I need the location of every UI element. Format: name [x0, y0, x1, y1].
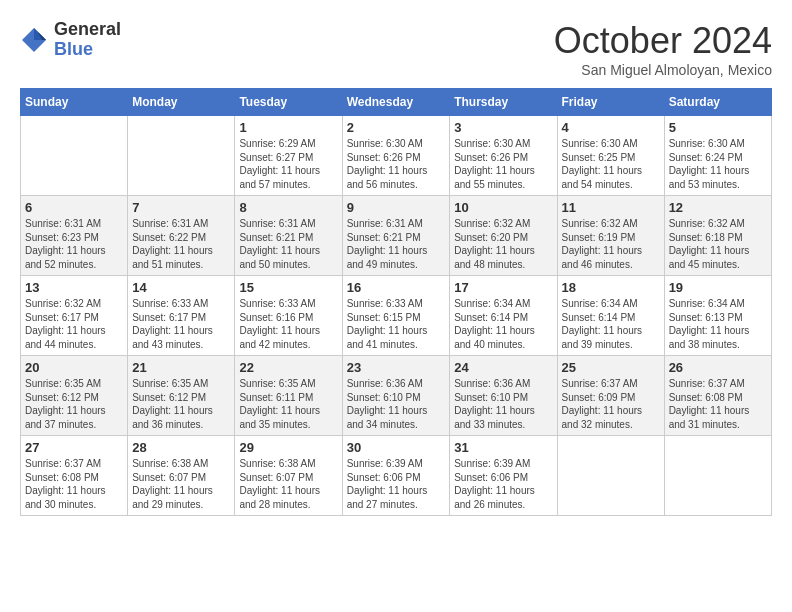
calendar-day-cell: 4Sunrise: 6:30 AMSunset: 6:25 PMDaylight… — [557, 116, 664, 196]
calendar-table: SundayMondayTuesdayWednesdayThursdayFrid… — [20, 88, 772, 516]
day-info: Sunrise: 6:39 AMSunset: 6:06 PMDaylight:… — [454, 457, 552, 511]
day-info: Sunrise: 6:37 AMSunset: 6:09 PMDaylight:… — [562, 377, 660, 431]
calendar-day-cell: 10Sunrise: 6:32 AMSunset: 6:20 PMDayligh… — [450, 196, 557, 276]
day-number: 17 — [454, 280, 552, 295]
day-info: Sunrise: 6:30 AMSunset: 6:25 PMDaylight:… — [562, 137, 660, 191]
logo-icon — [20, 26, 48, 54]
day-of-week-header: Friday — [557, 89, 664, 116]
calendar-day-cell: 16Sunrise: 6:33 AMSunset: 6:15 PMDayligh… — [342, 276, 450, 356]
calendar-day-cell: 20Sunrise: 6:35 AMSunset: 6:12 PMDayligh… — [21, 356, 128, 436]
day-number: 27 — [25, 440, 123, 455]
day-of-week-header: Wednesday — [342, 89, 450, 116]
calendar-day-cell: 2Sunrise: 6:30 AMSunset: 6:26 PMDaylight… — [342, 116, 450, 196]
month-title: October 2024 — [554, 20, 772, 62]
day-number: 28 — [132, 440, 230, 455]
day-info: Sunrise: 6:35 AMSunset: 6:12 PMDaylight:… — [25, 377, 123, 431]
day-number: 22 — [239, 360, 337, 375]
day-of-week-header: Sunday — [21, 89, 128, 116]
calendar-day-cell: 28Sunrise: 6:38 AMSunset: 6:07 PMDayligh… — [128, 436, 235, 516]
day-info: Sunrise: 6:31 AMSunset: 6:21 PMDaylight:… — [347, 217, 446, 271]
day-info: Sunrise: 6:33 AMSunset: 6:15 PMDaylight:… — [347, 297, 446, 351]
day-info: Sunrise: 6:37 AMSunset: 6:08 PMDaylight:… — [669, 377, 767, 431]
calendar-day-cell: 8Sunrise: 6:31 AMSunset: 6:21 PMDaylight… — [235, 196, 342, 276]
calendar-day-cell: 14Sunrise: 6:33 AMSunset: 6:17 PMDayligh… — [128, 276, 235, 356]
calendar-day-cell — [557, 436, 664, 516]
location: San Miguel Almoloyan, Mexico — [554, 62, 772, 78]
day-number: 24 — [454, 360, 552, 375]
day-number: 5 — [669, 120, 767, 135]
day-info: Sunrise: 6:30 AMSunset: 6:24 PMDaylight:… — [669, 137, 767, 191]
calendar-day-cell: 1Sunrise: 6:29 AMSunset: 6:27 PMDaylight… — [235, 116, 342, 196]
day-number: 30 — [347, 440, 446, 455]
day-number: 3 — [454, 120, 552, 135]
day-info: Sunrise: 6:37 AMSunset: 6:08 PMDaylight:… — [25, 457, 123, 511]
day-info: Sunrise: 6:32 AMSunset: 6:17 PMDaylight:… — [25, 297, 123, 351]
calendar-day-cell: 29Sunrise: 6:38 AMSunset: 6:07 PMDayligh… — [235, 436, 342, 516]
day-number: 31 — [454, 440, 552, 455]
calendar-day-cell: 13Sunrise: 6:32 AMSunset: 6:17 PMDayligh… — [21, 276, 128, 356]
day-number: 15 — [239, 280, 337, 295]
day-info: Sunrise: 6:38 AMSunset: 6:07 PMDaylight:… — [132, 457, 230, 511]
day-info: Sunrise: 6:32 AMSunset: 6:18 PMDaylight:… — [669, 217, 767, 271]
day-of-week-header: Monday — [128, 89, 235, 116]
calendar-day-cell: 11Sunrise: 6:32 AMSunset: 6:19 PMDayligh… — [557, 196, 664, 276]
calendar-day-cell: 5Sunrise: 6:30 AMSunset: 6:24 PMDaylight… — [664, 116, 771, 196]
calendar-day-cell: 24Sunrise: 6:36 AMSunset: 6:10 PMDayligh… — [450, 356, 557, 436]
calendar-week-row: 13Sunrise: 6:32 AMSunset: 6:17 PMDayligh… — [21, 276, 772, 356]
day-number: 9 — [347, 200, 446, 215]
calendar-day-cell: 15Sunrise: 6:33 AMSunset: 6:16 PMDayligh… — [235, 276, 342, 356]
day-info: Sunrise: 6:38 AMSunset: 6:07 PMDaylight:… — [239, 457, 337, 511]
calendar-day-cell: 19Sunrise: 6:34 AMSunset: 6:13 PMDayligh… — [664, 276, 771, 356]
calendar-day-cell: 7Sunrise: 6:31 AMSunset: 6:22 PMDaylight… — [128, 196, 235, 276]
day-info: Sunrise: 6:34 AMSunset: 6:14 PMDaylight:… — [454, 297, 552, 351]
day-of-week-header: Thursday — [450, 89, 557, 116]
calendar-day-cell: 30Sunrise: 6:39 AMSunset: 6:06 PMDayligh… — [342, 436, 450, 516]
logo-text: General Blue — [54, 20, 121, 60]
calendar-day-cell: 21Sunrise: 6:35 AMSunset: 6:12 PMDayligh… — [128, 356, 235, 436]
logo: General Blue — [20, 20, 121, 60]
day-number: 20 — [25, 360, 123, 375]
calendar-week-row: 6Sunrise: 6:31 AMSunset: 6:23 PMDaylight… — [21, 196, 772, 276]
day-info: Sunrise: 6:30 AMSunset: 6:26 PMDaylight:… — [347, 137, 446, 191]
calendar-day-cell — [21, 116, 128, 196]
day-info: Sunrise: 6:32 AMSunset: 6:19 PMDaylight:… — [562, 217, 660, 271]
calendar-week-row: 20Sunrise: 6:35 AMSunset: 6:12 PMDayligh… — [21, 356, 772, 436]
day-number: 26 — [669, 360, 767, 375]
calendar-day-cell: 27Sunrise: 6:37 AMSunset: 6:08 PMDayligh… — [21, 436, 128, 516]
calendar-day-cell: 12Sunrise: 6:32 AMSunset: 6:18 PMDayligh… — [664, 196, 771, 276]
calendar-day-cell — [128, 116, 235, 196]
day-info: Sunrise: 6:33 AMSunset: 6:17 PMDaylight:… — [132, 297, 230, 351]
day-info: Sunrise: 6:31 AMSunset: 6:22 PMDaylight:… — [132, 217, 230, 271]
day-number: 13 — [25, 280, 123, 295]
day-info: Sunrise: 6:35 AMSunset: 6:11 PMDaylight:… — [239, 377, 337, 431]
calendar-day-cell: 23Sunrise: 6:36 AMSunset: 6:10 PMDayligh… — [342, 356, 450, 436]
day-info: Sunrise: 6:36 AMSunset: 6:10 PMDaylight:… — [347, 377, 446, 431]
day-info: Sunrise: 6:32 AMSunset: 6:20 PMDaylight:… — [454, 217, 552, 271]
day-number: 6 — [25, 200, 123, 215]
day-number: 12 — [669, 200, 767, 215]
day-info: Sunrise: 6:29 AMSunset: 6:27 PMDaylight:… — [239, 137, 337, 191]
day-info: Sunrise: 6:39 AMSunset: 6:06 PMDaylight:… — [347, 457, 446, 511]
day-number: 2 — [347, 120, 446, 135]
title-block: October 2024 San Miguel Almoloyan, Mexic… — [554, 20, 772, 78]
day-info: Sunrise: 6:35 AMSunset: 6:12 PMDaylight:… — [132, 377, 230, 431]
day-of-week-header: Saturday — [664, 89, 771, 116]
day-info: Sunrise: 6:30 AMSunset: 6:26 PMDaylight:… — [454, 137, 552, 191]
calendar-week-row: 1Sunrise: 6:29 AMSunset: 6:27 PMDaylight… — [21, 116, 772, 196]
calendar-day-cell: 9Sunrise: 6:31 AMSunset: 6:21 PMDaylight… — [342, 196, 450, 276]
calendar-day-cell: 3Sunrise: 6:30 AMSunset: 6:26 PMDaylight… — [450, 116, 557, 196]
day-info: Sunrise: 6:33 AMSunset: 6:16 PMDaylight:… — [239, 297, 337, 351]
day-number: 19 — [669, 280, 767, 295]
calendar-day-cell: 18Sunrise: 6:34 AMSunset: 6:14 PMDayligh… — [557, 276, 664, 356]
day-number: 21 — [132, 360, 230, 375]
day-number: 4 — [562, 120, 660, 135]
day-number: 10 — [454, 200, 552, 215]
day-number: 1 — [239, 120, 337, 135]
day-info: Sunrise: 6:36 AMSunset: 6:10 PMDaylight:… — [454, 377, 552, 431]
day-number: 29 — [239, 440, 337, 455]
calendar-day-cell: 22Sunrise: 6:35 AMSunset: 6:11 PMDayligh… — [235, 356, 342, 436]
calendar-day-cell: 31Sunrise: 6:39 AMSunset: 6:06 PMDayligh… — [450, 436, 557, 516]
calendar-header-row: SundayMondayTuesdayWednesdayThursdayFrid… — [21, 89, 772, 116]
day-number: 23 — [347, 360, 446, 375]
day-number: 8 — [239, 200, 337, 215]
